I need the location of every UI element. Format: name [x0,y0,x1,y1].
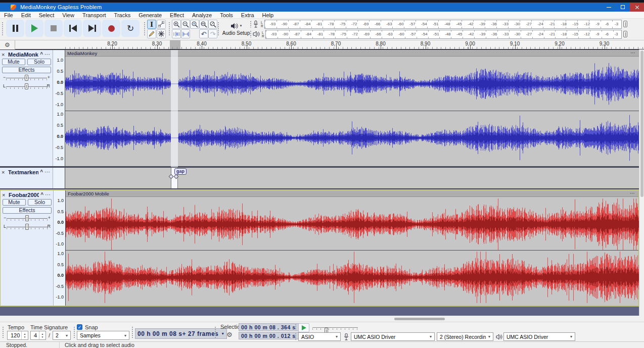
menu-extra[interactable]: Extra [237,12,258,18]
track-name[interactable]: MediaMonkey [8,52,38,58]
track-name[interactable]: Textmarken 1 [8,169,38,175]
snap-toolbar-grip[interactable] [73,326,76,338]
track-mediamonkey-clip[interactable]: MediaMonkey ⋯ [65,50,639,166]
menu-view[interactable]: View [58,12,78,18]
gain-slider[interactable]: − + [1,215,54,222]
playback-meter-bar[interactable]: -93-90-87-84-81-78-75-72-69-66-63-60-57-… [265,30,622,39]
recording-channels-select[interactable]: 2 (Stereo) Recording Chann▾ [437,332,493,341]
tools-toolbar-grip[interactable] [144,22,146,36]
label-track-content[interactable]: gap [65,168,639,188]
envelope-tool-button[interactable] [157,20,166,29]
snap-checkbox[interactable]: ✓ [77,324,82,330]
waveform-mediamonkey-left[interactable] [65,57,639,111]
menu-generate[interactable]: Generate [134,12,166,18]
vertical-scrollbar[interactable] [639,49,644,316]
track-close-button[interactable]: × [2,52,7,58]
loop-button[interactable]: ↻ [121,20,140,37]
menu-file[interactable]: File [0,12,17,18]
device-toolbar-grip[interactable] [295,333,297,340]
effects-button[interactable]: Effects [3,207,52,214]
maximize-button[interactable] [616,3,630,12]
gain-slider[interactable]: − + [0,75,53,82]
title-bar[interactable]: MediaMonkey Gapless Problem [0,3,644,12]
record-meter-grip[interactable] [250,21,252,28]
undo-button[interactable]: ↶ [199,29,208,38]
tempo-spinner[interactable]: ▲▼ [21,331,28,339]
playback-meter-grip[interactable] [250,30,252,37]
playback-meter[interactable]: LR -93-90-87-84-81-78-75-72-69-66-63-60-… [253,29,629,39]
record-volume-slider[interactable] [623,21,627,27]
clip-title-bar[interactable]: MediaMonkey ⋯ [65,51,639,57]
menu-transport[interactable]: Transport [78,12,110,18]
track-foobar2000-vertical-ruler[interactable]: 1.00.50.0-0.5-1.0 1.00.50.0-0.5-1.0 [54,190,66,306]
playback-volume-slider[interactable] [623,31,627,37]
track-close-button[interactable]: × [2,169,7,175]
clip-menu-button[interactable]: ⋯ [630,191,635,196]
silence-audio-button[interactable] [181,29,190,38]
solo-button[interactable]: Solo [28,199,52,206]
audio-setup-button[interactable]: ▾ Audio Setup [219,20,253,38]
selection-toolbar-grip[interactable] [214,326,217,338]
mute-button[interactable]: Mute [2,59,25,65]
play-speed-slider[interactable] [312,327,358,328]
play-at-speed-grip[interactable] [295,324,297,331]
menu-help[interactable]: Help [258,12,278,18]
selection-length-display[interactable]: 00 h 00 m 00 . 012 s▼ [239,332,304,339]
pan-slider[interactable]: L R [0,83,53,90]
track-menu-button[interactable]: ⋯ [44,169,51,175]
timeline-options-button[interactable]: ⚙ [0,40,15,49]
waveform-foobar-left[interactable] [66,197,639,251]
draw-tool-button[interactable] [147,29,156,38]
zoom-fit-button[interactable] [199,20,208,29]
recording-device-select[interactable]: UMC ASIO Driver▾ [351,332,435,341]
multi-tool-button[interactable] [157,29,166,38]
track-collapse-button[interactable]: ^ [40,52,43,57]
track-menu-button[interactable]: ⋯ [44,51,51,58]
close-button[interactable] [630,3,644,12]
timeline-ruler[interactable]: 8,208,308,408,508,608,708,808,909,009,10… [15,40,644,49]
waveform-foobar-right[interactable] [66,251,639,304]
transport-toolbar-grip[interactable] [2,22,4,36]
minimize-button[interactable] [602,3,616,12]
solo-button[interactable]: Solo [27,59,51,65]
record-meter[interactable]: LR -93-90-87-84-81-78-75-72-69-66-63-60-… [253,19,629,29]
menu-select[interactable]: Select [35,12,59,18]
stop-button[interactable] [44,20,63,37]
vertical-scrollbar-thumb[interactable] [640,51,643,197]
pan-slider-thumb[interactable] [25,224,29,230]
track-collapse-button[interactable]: ^ [40,169,43,175]
edit-toolbar-grip[interactable] [168,22,171,36]
audio-position-display[interactable]: 00 h 00 m 08 s+ 27 frames▼ [135,328,227,339]
selection-options-gear-icon[interactable]: ⚙ [226,331,233,338]
trim-audio-button[interactable] [172,29,181,38]
playback-device-select[interactable]: UMC ASIO Driver▾ [503,332,575,341]
mute-button[interactable]: Mute [3,199,26,206]
track-menu-button[interactable]: ⋯ [45,191,51,198]
menu-analyze[interactable]: Analyze [188,12,216,18]
time-signature-spinner[interactable]: ▲▼ [39,331,45,339]
record-button[interactable] [102,20,120,37]
menu-tools[interactable]: Tools [216,12,237,18]
zoom-in-button[interactable] [172,20,181,29]
zoom-selection-button[interactable] [190,20,199,29]
time-display-grip[interactable] [131,326,134,338]
record-meter-bar[interactable]: -93-90-87-84-81-78-75-72-69-66-63-60-57-… [264,20,622,29]
effects-button[interactable]: Effects [2,67,51,73]
zoom-toggle-button[interactable] [208,20,217,29]
play-at-speed-button[interactable] [298,323,309,332]
skip-to-end-button[interactable] [83,20,101,37]
time-toolbar-grip[interactable] [2,326,5,338]
snap-mode-select[interactable]: Samples▾ [77,331,129,340]
menu-edit[interactable]: Edit [17,12,35,18]
selection-start-display[interactable]: 00 h 00 m 08 . 364 s▼ [239,323,304,331]
track-foobar2000-clip[interactable]: Foobar2000 Mobile ⋯ [66,190,638,306]
gain-slider-thumb[interactable] [25,215,29,221]
gain-slider-thumb[interactable] [25,75,28,81]
pause-button[interactable] [6,20,24,37]
skip-to-start-button[interactable] [64,20,82,37]
menu-effect[interactable]: Effect [166,12,188,18]
selection-tool-button[interactable]: I [147,20,156,29]
menu-tracks[interactable]: Tracks [110,12,135,18]
play-button[interactable] [25,20,43,37]
audio-host-select[interactable]: ASIO▾ [298,332,341,341]
